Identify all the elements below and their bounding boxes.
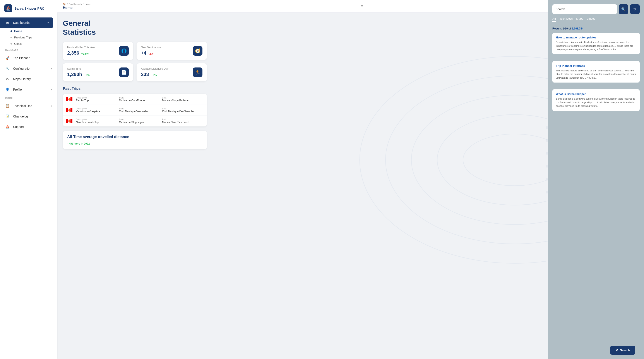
result-title[interactable]: What is Barca Skipper [556,92,636,96]
result-desc: This intuitive feature allows you to pla… [556,69,636,80]
stat-info: Nautical Miles This Year 2,356 +15% [67,46,95,56]
start-label: Start: [119,118,160,121]
trip-end: End: Marina New Richmond [162,118,203,124]
stat-value-row: +4 -2% [141,50,161,56]
stat-icon-document: 📄 [119,68,129,77]
desc-label: Description: [76,118,117,121]
tab-maps[interactable]: Maps [576,17,583,22]
stat-icon-compass: 🧭 [193,46,202,56]
result-divider [552,87,640,87]
stat-icon-globe: 🌐 [119,46,129,56]
stat-value: +4 [141,50,146,56]
sidebar-sub-item-home[interactable]: Home [0,28,57,34]
stat-change: -2% [148,52,154,55]
end-label: End: [162,107,203,110]
sidebar-item-changelog[interactable]: 📝 Changelog [0,111,57,122]
chevron-down-icon: ▾ [51,88,52,91]
maps-library-icon: 🗂 [4,76,10,82]
search-tabs: All Tech Docs Maps Videos [552,17,640,24]
search-panel: 🔍 ▽ All Tech Docs Maps Videos Results 1-… [548,0,644,359]
end-value: Marina Village Batiscan [162,99,203,102]
start-value: Marina de Cap-Rouge [119,99,160,102]
search-result-item: Trip Planner Interface This intuitive fe… [552,61,640,83]
sidebar-item-label: Changelog [13,115,52,118]
search-input-row: 🔍 ▽ [552,4,640,14]
changelog-icon: 📝 [4,113,10,119]
sidebar-item-profile[interactable]: 👤 Profile ▾ [0,84,57,95]
stat-card-sailing-time: Sailing Time 1,290h +3% 📄 [63,63,133,81]
stat-change: +5% [151,73,157,77]
canada-flag-icon: 🍁 [66,108,72,112]
result-title[interactable]: How to manage route updates [556,36,636,39]
sidebar-sub-item-goals[interactable]: Goals [0,41,57,47]
bottom-stat: ↑ 4% more in 2022 [67,142,202,145]
stat-card-nautical-miles: Nautical Miles This Year 2,356 +15% 🌐 [63,42,133,60]
stat-info: Sailing Time 1,290h +3% [67,67,90,77]
sidebar-item-label: Support [13,125,52,129]
stat-label: Nautical Miles This Year [67,46,95,49]
sidebar-item-configuration[interactable]: 🔧 Configuration ▾ [0,63,57,74]
table-row: 🍁 Description: Family Trip Start: Marina… [63,94,207,105]
stat-info: New Destinations +4 -2% [141,46,161,56]
home-breadcrumb: 🏠 [63,3,66,6]
sidebar-item-trip-planner[interactable]: 🚀 Trip Planner [0,53,57,63]
sub-item-label: Goals [14,42,22,46]
tab-tech-docs[interactable]: Tech Docs [560,17,573,22]
search-x-icon: ✕ [616,348,618,352]
trip-end: End: Marina Village Batiscan [162,97,203,102]
stat-card-new-destinations: New Destinations +4 -2% 🧭 [136,42,207,60]
chevron-down-icon: ▾ [51,67,52,70]
chevron-down-icon: ▾ [48,22,49,24]
more-section-label: MORE [0,95,57,101]
topbar-left: 🏠 / Dashboards / Home Home [63,3,91,10]
trip-start: Start: Marina de Shippagan [119,118,160,124]
search-result-item: How to manage route updates Description … [552,33,640,54]
dashboards-icon: ⊞ [4,20,10,26]
search-submit-button[interactable]: 🔍 [619,4,628,14]
start-label: Start: [119,97,160,99]
tab-videos[interactable]: Videos [586,17,595,22]
start-value: Marina de Shippagan [119,121,160,124]
sub-item-label: Previous Trips [14,36,32,39]
topbar-center: ≡ [361,4,363,9]
support-icon: ⛵ [4,124,10,130]
technical-doc-icon: 📋 [4,103,10,109]
stat-value: 1,290h [67,72,82,77]
filter-button[interactable]: ▽ [630,4,640,14]
sidebar-item-support[interactable]: ⛵ Support [0,122,57,132]
hamburger-icon[interactable]: ≡ [361,4,363,9]
results-count: Results 1-10 of 2,568,744 [552,27,640,30]
stat-label: Sailing Time [67,67,90,70]
trip-planner-icon: 🚀 [4,55,10,61]
configuration-icon: 🔧 [4,66,10,72]
bottom-section: All-Time average travelled distance ↑ 4%… [63,131,207,149]
search-result-item: What is Barca Skipper Barca Skipper is a… [552,89,640,111]
desc-label: Description: [76,97,117,99]
search-input-box [552,4,617,14]
results-range: 1-10 [563,27,568,30]
search-input[interactable] [556,8,614,11]
sidebar-item-technical-doc[interactable]: 📋 Technical Doc ▾ [0,101,57,111]
sidebar-item-label: Profile [13,88,48,91]
tab-all[interactable]: All [552,17,556,22]
trip-description: Description: Family Trip [76,97,117,102]
stat-value-row: 1,290h +3% [67,72,90,77]
result-title[interactable]: Trip Planner Interface [556,64,636,68]
sidebar-item-dashboards[interactable]: ⊞ Dashboards ▾ [0,18,53,28]
sidebar-item-label: Technical Doc [13,104,48,108]
trip-description: Description: Vacation in Gaspésie [76,107,117,113]
canada-flag-icon: 🍁 [66,119,72,123]
navigate-section-label: NAVIGATE [0,47,57,53]
result-divider [552,59,640,59]
canada-flag-icon: 🍁 [66,97,72,101]
home-page-breadcrumb: Home [84,3,91,6]
app-name: Barca Skipper PRO [14,7,44,10]
stat-value: 233 [141,72,149,77]
sidebar-item-maps-library[interactable]: 🗂 Maps Library [0,74,57,84]
search-bottom-button[interactable]: ✕ Search [610,346,635,355]
results-text: Results [552,27,562,30]
result-desc: Barca Skipper is a software suite to giv… [556,97,636,108]
sidebar-sub-item-previous-trips[interactable]: Previous Trips [0,34,57,41]
stats-grid: Nautical Miles This Year 2,356 +15% 🌐 Ne… [63,42,207,81]
dashboards-breadcrumb: Dashboards [69,3,82,6]
